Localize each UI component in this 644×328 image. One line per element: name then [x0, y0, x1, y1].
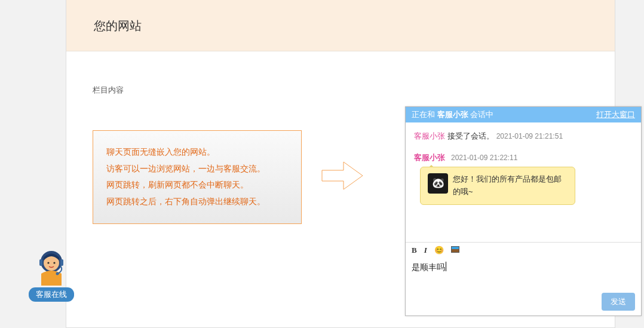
sys-agent-name: 客服小张 [414, 131, 445, 140]
image-button[interactable] [451, 246, 459, 255]
msg-timestamp: 2021-01-09 21:22:11 [451, 154, 517, 162]
sys-accept-text: 接受了会话。 [445, 131, 494, 140]
input-text: 是顺丰吗 [412, 262, 445, 272]
arrow-right-icon [321, 160, 364, 194]
chat-toolbar: B I 😊 [406, 242, 641, 258]
italic-button[interactable]: I [424, 246, 427, 255]
panda-emoji-icon: 🐼 [428, 173, 448, 194]
explain-box: 聊天页面无缝嵌入您的网站。 访客可以一边浏览网站，一边与客服交流。 网页跳转，刷… [93, 130, 302, 224]
chat-input[interactable]: 是顺丰吗 [406, 258, 641, 293]
explain-line: 聊天页面无缝嵌入您的网站。 [106, 144, 288, 161]
column-label: 栏目内容 [93, 85, 588, 96]
open-big-window-link[interactable]: 打开大窗口 [596, 109, 635, 120]
status-suffix: 会话中 [468, 110, 494, 119]
status-agent: 客服小张 [437, 110, 468, 119]
text-cursor [446, 262, 446, 271]
bold-button[interactable]: B [412, 246, 417, 255]
site-header: 您的网站 [66, 0, 615, 51]
msg-agent-name: 客服小张 [414, 153, 445, 162]
sys-timestamp: 2021-01-09 21:21:51 [496, 132, 563, 140]
image-icon [451, 246, 459, 253]
explain-line: 网页跳转，刷新网页都不会中断聊天。 [106, 177, 288, 194]
chat-status-text: 正在和 客服小张 会话中 [412, 109, 493, 120]
chat-widget: 正在和 客服小张 会话中 打开大窗口 客服小张 接受了会话。2021-01-09… [405, 106, 642, 316]
support-float-button[interactable]: 客服在线 [29, 249, 74, 302]
svg-point-3 [53, 262, 55, 263]
agent-message-row: 🐼 您好！我们的所有产品都是包邮的哦~ [420, 167, 633, 205]
emoji-button[interactable]: 😊 [434, 246, 444, 255]
site-title: 您的网站 [94, 18, 587, 34]
agent-message-header: 客服小张2021-01-09 21:22:11 [414, 152, 633, 163]
support-label: 客服在线 [29, 287, 74, 302]
bubble-text: 您好！我们的所有产品都是包邮的哦~ [453, 173, 568, 198]
svg-point-6 [56, 272, 59, 275]
svg-rect-4 [39, 259, 42, 266]
explain-line: 访客可以一边浏览网站，一边与客服交流。 [106, 161, 288, 177]
chat-message-list[interactable]: 客服小张 接受了会话。2021-01-09 21:21:51 客服小张2021-… [406, 122, 641, 242]
system-message: 客服小张 接受了会话。2021-01-09 21:21:51 [414, 131, 633, 142]
send-button[interactable]: 发送 [602, 293, 635, 311]
support-avatar-icon [33, 249, 70, 286]
svg-rect-5 [60, 259, 63, 266]
svg-point-2 [47, 262, 49, 263]
explain-line: 网页跳转之后，右下角自动弹出继续聊天。 [106, 194, 288, 210]
status-prefix: 正在和 [412, 110, 437, 119]
chat-footer: 发送 [406, 293, 641, 315]
message-bubble: 🐼 您好！我们的所有产品都是包邮的哦~ [420, 167, 575, 205]
chat-header: 正在和 客服小张 会话中 打开大窗口 [406, 107, 641, 122]
